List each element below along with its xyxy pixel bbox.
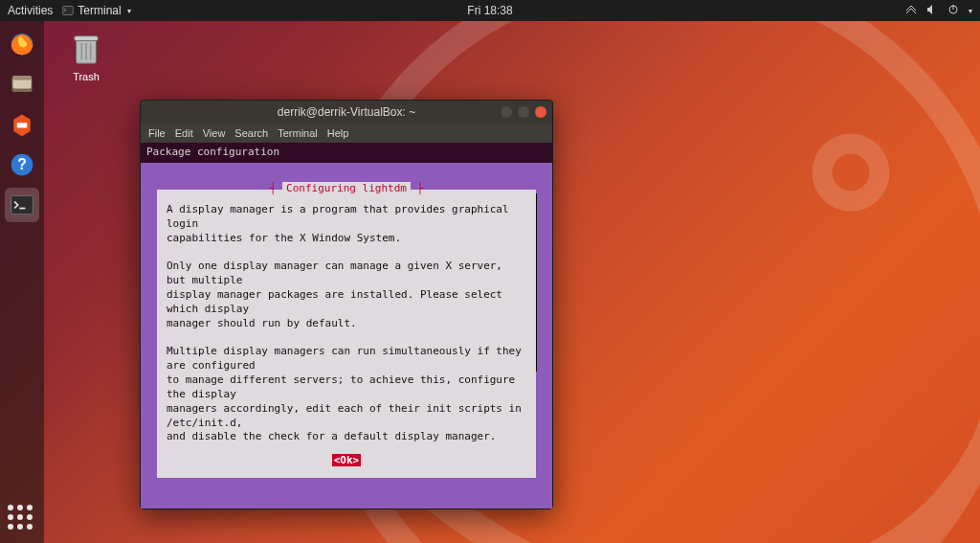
files-icon [9,71,35,98]
dialog-title-row: ┤ Configuring lightdm ├ [157,182,536,196]
svg-rect-2 [63,7,74,15]
dock-item-help[interactable]: ? [5,147,39,182]
dialog-text: A display manager is a program that prov… [167,203,526,444]
dialog-title: Configuring lightdm [282,182,411,194]
dock-item-files[interactable] [5,67,39,102]
system-status-area[interactable]: ▾ [905,4,972,18]
active-app-indicator[interactable]: Terminal ▾ [62,4,130,17]
help-icon: ? [9,151,35,178]
minimize-button[interactable] [501,106,512,118]
desktop-trash-label: Trash [57,71,115,82]
ok-button[interactable]: <Ok> [332,454,362,466]
menu-file[interactable]: File [148,127,166,139]
firefox-icon [9,31,35,57]
clock[interactable]: Fri 18:38 [467,4,512,17]
svg-rect-14 [75,36,99,41]
menu-edit[interactable]: Edit [175,127,193,139]
svg-rect-8 [12,76,31,79]
dock-item-terminal[interactable] [5,188,39,222]
window-title: derrik@derrik-VirtualBox: ~ [278,105,415,119]
volume-icon [926,4,938,18]
dock-item-firefox[interactable] [5,27,39,61]
top-panel: Activities Terminal ▾ Fri 18:38 ▾ [0,0,980,21]
dock: ? [0,21,44,543]
window-titlebar[interactable]: derrik@derrik-VirtualBox: ~ [141,101,552,124]
terminal-body: Package configuration ┤ Configuring ligh… [141,143,552,509]
dock-item-software[interactable] [5,107,39,142]
package-config-heading: Package configuration [141,143,552,163]
show-applications-button[interactable] [8,505,36,533]
svg-point-1 [822,144,880,201]
chevron-down-icon: ▾ [969,7,972,15]
menu-help[interactable]: Help [327,127,349,139]
config-dialog: ┤ Configuring lightdm ├ A display manage… [157,190,536,478]
desktop-trash[interactable]: Trash [57,31,115,82]
menu-search[interactable]: Search [234,127,268,139]
trash-icon [71,31,101,67]
terminal-window: derrik@derrik-VirtualBox: ~ File Edit Vi… [140,100,553,509]
svg-text:?: ? [17,156,27,172]
software-icon [9,111,35,138]
terminal-icon [9,192,35,218]
menu-terminal[interactable]: Terminal [278,127,318,139]
maximize-button[interactable] [518,106,529,118]
terminal-small-icon [62,5,74,16]
activities-button[interactable]: Activities [8,4,53,17]
power-icon [947,4,959,18]
close-button[interactable] [535,106,546,118]
svg-rect-11 [11,195,33,214]
active-app-label: Terminal [78,4,121,17]
menubar: File Edit View Search Terminal Help [141,124,552,143]
ncurses-dialog-area: ┤ Configuring lightdm ├ A display manage… [141,163,552,509]
network-icon [905,4,917,18]
menu-view[interactable]: View [203,127,226,139]
chevron-down-icon: ▾ [127,7,131,15]
